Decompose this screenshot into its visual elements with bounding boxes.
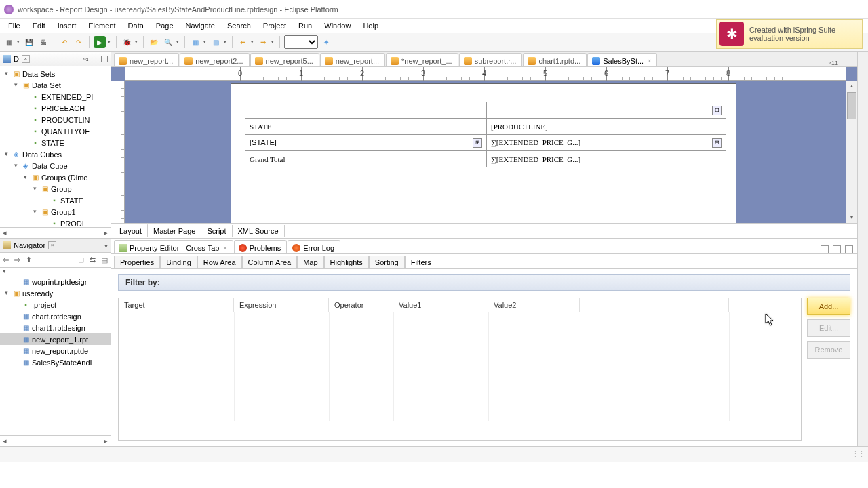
twisty-icon[interactable]: ▾ [12, 162, 20, 169]
expand-icon[interactable]: ⊞ [712, 138, 722, 148]
tab-overflow[interactable]: »11 [828, 60, 838, 66]
crosstab-corner-cell[interactable] [245, 102, 487, 119]
tree-item[interactable]: ▾◈Data Cube [0, 160, 111, 171]
forward-icon[interactable]: ⇨ [14, 256, 20, 264]
new-button[interactable]: ▦ [3, 36, 15, 48]
data-explorer-tab[interactable]: D × »₂ [0, 52, 111, 66]
redo-icon[interactable]: ↷ [73, 36, 85, 48]
open-folder-icon[interactable]: 📂 [148, 36, 160, 48]
design-tab-script[interactable]: Script [201, 225, 232, 237]
crosstab-grandtotal-value[interactable]: ∑[EXTENDED_PRICE_G...] [487, 151, 726, 167]
chevron-down-icon[interactable]: ▾ [0, 268, 111, 274]
nav-hscroll[interactable]: ◂▸ [0, 435, 111, 446]
filter-column-header[interactable] [580, 298, 729, 312]
filter-column-header[interactable]: Value2 [488, 298, 580, 312]
menu-project[interactable]: Project [258, 20, 292, 31]
expand-icon[interactable]: ⊞ [712, 106, 722, 115]
crosstab-col-dim-value[interactable]: [PRODUCTLINE] [487, 119, 726, 135]
collapse-icon[interactable]: ⊟ [78, 256, 84, 264]
editor-tab[interactable]: new_report... [114, 53, 179, 66]
property-tab-row-area[interactable]: Row Area [197, 256, 242, 268]
menu-navigate[interactable]: Navigate [180, 20, 220, 31]
twisty-icon[interactable]: ▾ [22, 174, 29, 181]
help-icon[interactable]: ✦ [320, 36, 332, 48]
filter-column-header[interactable]: Operator [329, 298, 393, 312]
tree-item[interactable]: ▪PRICEEACH [0, 102, 111, 114]
twisty-icon[interactable] [12, 347, 20, 354]
tree-item[interactable]: ▪STATE [0, 195, 111, 206]
canvas-scrollbar[interactable]: ▴▾ [846, 81, 857, 223]
property-tab-properties[interactable]: Properties [114, 256, 160, 268]
property-tab-sorting[interactable]: Sorting [369, 256, 405, 268]
tree-item[interactable]: ▾▣Group [0, 183, 111, 195]
twisty-icon[interactable]: ▾ [3, 289, 10, 297]
design-tab-xml-source[interactable]: XML Source [233, 225, 285, 237]
minimize-icon[interactable] [92, 56, 98, 62]
filter-column-header[interactable]: Expression [234, 298, 329, 312]
run-button[interactable]: ▶ [94, 36, 106, 48]
twisty-icon[interactable] [22, 93, 29, 100]
design-tab-master-page[interactable]: Master Page [148, 225, 201, 237]
tree-item[interactable]: ▦new_report.rptde [0, 345, 111, 357]
crosstab-col-header[interactable]: ⊞ [487, 102, 726, 119]
design-tab-layout[interactable]: Layout [114, 224, 148, 237]
editor-tab[interactable]: new_report2... [180, 53, 249, 66]
tree-item[interactable]: ▾▣Group1 [0, 206, 111, 218]
menu-run[interactable]: Run [293, 20, 317, 31]
tree-item[interactable]: ▪EXTENDED_PI [0, 91, 111, 102]
property-tab-binding[interactable]: Binding [160, 256, 197, 268]
twisty-icon[interactable] [12, 301, 20, 308]
tree-item[interactable]: ▾▣useready [0, 287, 111, 299]
tree-item[interactable]: ▾◈Data Cubes [0, 148, 111, 160]
twisty-icon[interactable] [12, 359, 20, 366]
debug-icon[interactable]: 🐞 [121, 36, 133, 48]
filter-column-header[interactable]: Value1 [393, 298, 488, 312]
tree-item[interactable]: ▦woprint.rptdesigr [0, 276, 111, 287]
tree-item[interactable]: ▪STATE [0, 137, 111, 148]
property-tab-highlights[interactable]: Highlights [324, 256, 369, 268]
tree-item[interactable]: ▦chart.rptdesign [0, 310, 111, 322]
twisty-icon[interactable] [22, 127, 29, 135]
minimize-icon[interactable] [840, 60, 846, 66]
link-icon[interactable]: ⇆ [90, 256, 96, 264]
tree-item[interactable]: ▦new_report_1.rpt [0, 333, 111, 345]
tree-item[interactable]: ▪PRODI [0, 218, 111, 227]
twisty-icon[interactable] [22, 116, 29, 123]
editor-tab[interactable]: subreport.r... [459, 53, 523, 66]
zoom-combo[interactable] [284, 35, 318, 49]
resize-grip-icon[interactable]: ⋮⋮ [852, 450, 864, 459]
save-button[interactable]: 💾 [23, 36, 35, 48]
twisty-icon[interactable]: ▾ [3, 70, 10, 77]
property-tab-map[interactable]: Map [297, 256, 323, 268]
twisty-icon[interactable]: ▾ [3, 150, 10, 158]
close-icon[interactable]: × [648, 58, 651, 64]
crosstab-grandtotal-label[interactable]: Grand Total [245, 151, 487, 167]
editor-tab[interactable]: SalesBySt...× [587, 53, 657, 66]
tree-item[interactable]: ▦SalesByStateAndI [0, 357, 111, 368]
crosstab-row-dim-value[interactable]: [STATE]⊞ [245, 135, 487, 151]
forward-button[interactable]: ➡ [257, 36, 269, 48]
tree-item[interactable]: ▦chart1.rptdesign [0, 322, 111, 333]
tree-item[interactable]: ▪PRODUCTLIN [0, 114, 111, 125]
up-icon[interactable]: ⬆ [26, 256, 32, 264]
menu-file[interactable]: File [3, 20, 26, 31]
menu-window[interactable]: Window [319, 20, 356, 31]
overflow-icon[interactable]: »₂ [83, 56, 89, 62]
data-explorer-tree[interactable]: ▾▣Data Sets▾▣Data Set▪EXTENDED_PI▪PRICEE… [0, 66, 111, 227]
add-filter-button[interactable]: Add... [807, 298, 850, 315]
crosstab-measure-cell[interactable]: ∑[EXTENDED_PRICE_G...]⊞ [487, 135, 726, 151]
twisty-icon[interactable]: ▾ [31, 185, 39, 192]
minimize-icon[interactable] [833, 245, 841, 253]
twisty-icon[interactable]: ▾ [31, 208, 39, 216]
tree-item[interactable]: ▪QUANTITYOF [0, 125, 111, 137]
report-page[interactable]: ⊞ STATE [PRODUCTLINE] [STATE]⊞ ∑[EXTENDE… [231, 83, 736, 223]
crosstab-row-dim-label[interactable]: STATE [245, 119, 487, 135]
toggle-icon[interactable]: ▦ [189, 36, 201, 48]
print-button[interactable]: 🖶 [37, 36, 50, 48]
menu-search[interactable]: Search [222, 20, 256, 31]
crosstab-element[interactable]: ⊞ STATE [PRODUCTLINE] [STATE]⊞ ∑[EXTENDE… [245, 102, 726, 167]
undo-icon[interactable]: ↶ [58, 36, 71, 48]
twisty-icon[interactable] [12, 312, 20, 320]
twisty-icon[interactable]: ▾ [12, 81, 20, 89]
menu-edit[interactable]: Edit [27, 20, 51, 31]
